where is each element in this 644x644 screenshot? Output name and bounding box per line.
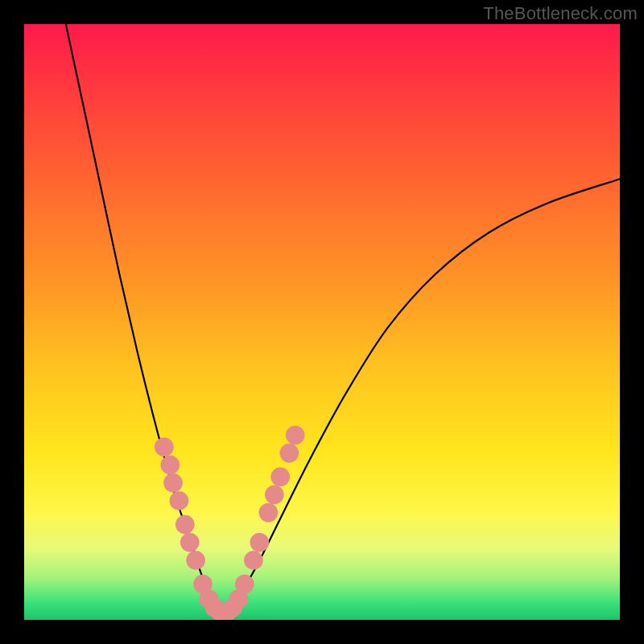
plot-area [24,24,620,620]
watermark-text: TheBottleneck.com [483,3,638,24]
svg-rect-0 [24,24,620,620]
gradient-background [24,24,620,620]
chart-root: TheBottleneck.com [0,0,644,644]
